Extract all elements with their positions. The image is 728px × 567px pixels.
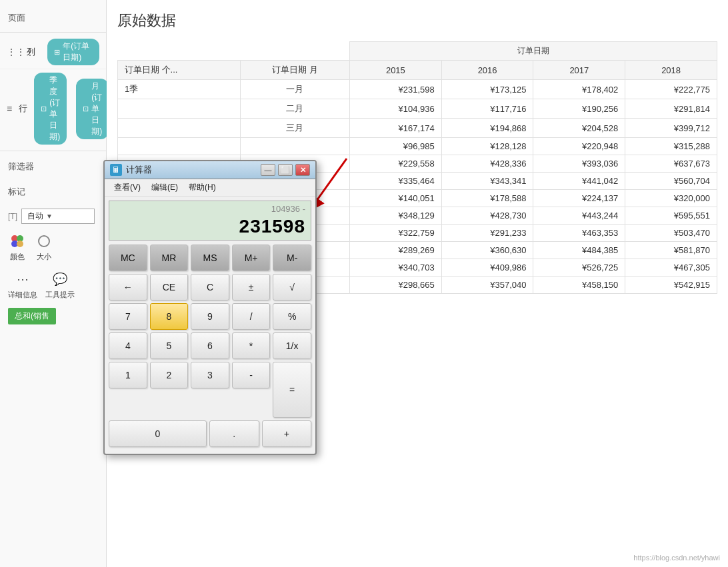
calc-btn-sqrt[interactable]: √ — [273, 274, 311, 300]
calc-close-btn[interactable]: ✕ — [295, 164, 310, 176]
cell-value: ¥409,986 — [441, 259, 533, 277]
col-icon: ⋮⋮⋮ — [7, 47, 20, 57]
calc-app-icon: 🖩 — [110, 164, 122, 176]
color-btn[interactable]: 颜色 — [8, 232, 27, 262]
table-row: 1季一月¥231,598¥173,125¥178,402¥222,775 — [118, 80, 717, 99]
cell-value: ¥222,775 — [625, 80, 717, 99]
cell-value: ¥340,703 — [350, 259, 442, 277]
t-icon: [T] — [8, 212, 17, 221]
calc-btn-equals[interactable]: = — [273, 362, 311, 418]
calc-btn-2[interactable]: 2 — [150, 362, 189, 388]
row-tag1-icon: ⊡ — [41, 105, 47, 113]
cell-value: ¥178,402 — [533, 80, 625, 99]
calc-btn-divide[interactable]: / — [232, 303, 271, 330]
calc-btn-ms[interactable]: MS — [191, 245, 229, 271]
calc-btn-minus[interactable]: - — [232, 362, 271, 388]
cell-value: ¥140,051 — [350, 190, 442, 207]
color-icon — [8, 232, 27, 251]
sidebar-section-mark: 标记 — [0, 181, 106, 203]
cell-value: ¥348,129 — [350, 207, 442, 225]
cell-value: ¥360,630 — [441, 242, 533, 259]
cell-value: ¥393,036 — [533, 155, 625, 173]
cell-value: ¥467,305 — [625, 259, 717, 277]
sidebar: 页面 ⋮⋮⋮ 列 ⊞ 年(订单日期) ≡ 行 ⊡ 季度(订单日期) ⊡ — [0, 0, 107, 567]
year-2015: 2015 — [350, 61, 442, 80]
calc-btn-6[interactable]: 6 — [191, 332, 229, 359]
cell-value: ¥96,985 — [350, 138, 442, 155]
size-btn[interactable]: 大小 — [35, 232, 53, 262]
cell-month — [240, 138, 349, 155]
table-row: 三月¥167,174¥194,868¥204,528¥399,712 — [118, 119, 717, 138]
calc-btn-decimal[interactable]: . — [209, 420, 259, 447]
calc-btn-ce[interactable]: CE — [150, 274, 189, 300]
calc-btn-3[interactable]: 3 — [191, 362, 229, 388]
svg-point-3 — [17, 241, 23, 247]
row-tag2-icon: ⊡ — [83, 105, 89, 113]
calc-titlebar: 🖩 计算器 — ⬜ ✕ — [105, 161, 315, 179]
sum-badge[interactable]: 总和(销售 — [8, 308, 56, 324]
calc-btn-percent[interactable]: % — [273, 303, 311, 330]
calc-btn-mc[interactable]: MC — [109, 245, 147, 271]
calc-maximize-btn[interactable]: ⬜ — [278, 164, 293, 176]
year-2018: 2018 — [625, 61, 717, 80]
cell-value: ¥315,288 — [625, 138, 717, 155]
details-btn[interactable]: ⋯ 详细信息 — [8, 270, 37, 300]
calc-row-clear: ← CE C ± √ — [109, 274, 311, 300]
calc-btn-mplus[interactable]: M+ — [232, 245, 271, 271]
cell-value: ¥104,936 — [350, 99, 442, 119]
calc-btn-plusminus[interactable]: ± — [232, 274, 271, 300]
calc-menu-help[interactable]: 帮助(H) — [183, 181, 221, 195]
cell-value: ¥542,915 — [625, 277, 717, 294]
cell-value: ¥298,665 — [350, 277, 442, 294]
svg-point-4 — [39, 236, 49, 247]
calc-btn-mminus[interactable]: M- — [273, 245, 311, 271]
cell-value: ¥443,244 — [533, 207, 625, 225]
cell-value: ¥581,870 — [625, 242, 717, 259]
row-tag1[interactable]: ⊡ 季度(订单日期) — [34, 73, 67, 145]
auto-select-box[interactable]: 自动 ▼ — [21, 209, 95, 224]
calc-btn-1[interactable]: 1 — [109, 362, 147, 388]
details-icon: ⋯ — [13, 270, 32, 288]
calc-menu-edit[interactable]: 编辑(E) — [146, 181, 183, 195]
cell-value: ¥526,725 — [533, 259, 625, 277]
cell-value: ¥463,353 — [533, 225, 625, 242]
calc-menu-view[interactable]: 查看(V) — [109, 181, 146, 195]
calc-row-0: 0 . + — [109, 420, 311, 447]
cell-value: ¥178,588 — [441, 190, 533, 207]
calc-row-456: 4 5 6 * 1/x — [109, 332, 311, 359]
calc-row-123: 1 2 3 - = — [109, 362, 311, 418]
calc-btn-reciprocal[interactable]: 1/x — [273, 332, 311, 359]
cell-value: ¥220,948 — [533, 138, 625, 155]
cell-value: ¥167,174 — [350, 119, 442, 138]
row-label: 行 — [19, 103, 27, 115]
tooltip-btn[interactable]: 💬 工具提示 — [45, 270, 75, 300]
cell-month: 三月 — [240, 119, 349, 138]
cell-value: ¥128,128 — [441, 138, 533, 155]
size-icon — [35, 232, 53, 251]
cell-value: ¥595,551 — [625, 207, 717, 225]
calc-btn-mr[interactable]: MR — [150, 245, 189, 271]
calc-btn-5[interactable]: 5 — [150, 332, 189, 359]
calc-btn-multiply[interactable]: * — [232, 332, 271, 359]
calc-minimize-btn[interactable]: — — [261, 164, 275, 176]
col-tag-icon: ⊞ — [54, 48, 60, 57]
calc-btn-c[interactable]: C — [191, 274, 229, 300]
calc-btn-8[interactable]: 8 — [150, 303, 189, 330]
cell-value: ¥231,598 — [350, 80, 442, 99]
calc-btn-plus[interactable]: + — [262, 420, 312, 447]
cell-month: 一月 — [240, 80, 349, 99]
calc-btn-backspace[interactable]: ← — [109, 274, 147, 300]
col-tag[interactable]: ⊞ 年(订单日期) — [47, 39, 99, 65]
calc-btn-7[interactable]: 7 — [109, 303, 147, 330]
calc-btn-9[interactable]: 9 — [191, 303, 229, 330]
cell-value: ¥224,137 — [533, 190, 625, 207]
calc-btn-4[interactable]: 4 — [109, 332, 147, 359]
auto-select-row: [T] 自动 ▼ — [0, 206, 106, 227]
date-group-header: 订单日期 — [350, 42, 717, 61]
cell-value: ¥320,000 — [625, 190, 717, 207]
row-tag2[interactable]: ⊡ 月(订单日期) — [76, 79, 109, 139]
cell-value: ¥291,814 — [625, 99, 717, 119]
cell-value: ¥441,042 — [533, 173, 625, 190]
calc-btn-0[interactable]: 0 — [109, 420, 207, 447]
row-icon: ≡ — [7, 103, 12, 114]
